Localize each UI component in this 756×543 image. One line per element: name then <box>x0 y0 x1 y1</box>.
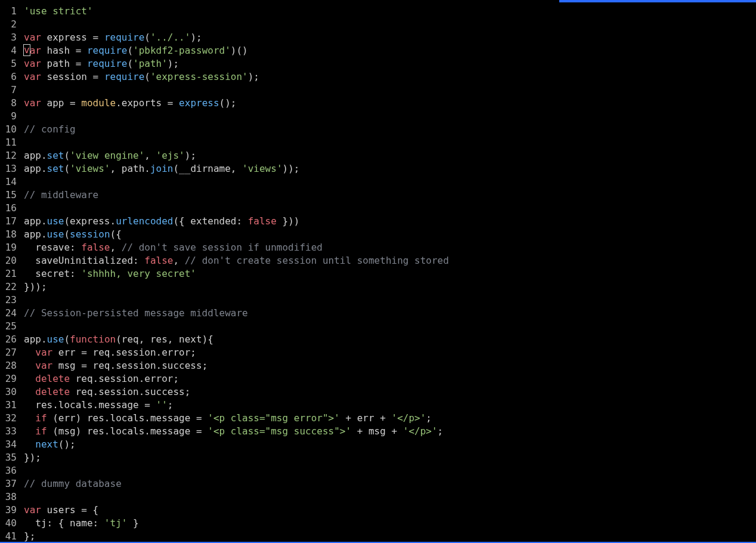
code-line[interactable]: 3var express = require('../..'); <box>0 31 756 44</box>
code-content[interactable]: }); <box>17 451 41 464</box>
code-line[interactable]: 39var users = { <box>0 504 756 517</box>
line-number: 24 <box>0 307 17 320</box>
code-line[interactable]: 6var session = require('express-session'… <box>0 70 756 84</box>
code-line[interactable]: 17app.use(express.urlencoded({ extended:… <box>0 215 756 228</box>
code-content[interactable]: var hash = require('pbkdf2-password')() <box>17 44 248 57</box>
code-line[interactable]: 29 delete req.session.error; <box>0 372 756 385</box>
code-content[interactable]: var path = require('path'); <box>17 57 179 70</box>
code-content[interactable]: app.use(express.urlencoded({ extended: f… <box>17 215 299 228</box>
line-number: 16 <box>0 202 17 215</box>
code-line[interactable]: 1'use strict' <box>0 5 756 18</box>
token: + msg + <box>351 425 403 437</box>
code-line[interactable]: 26app.use(function(req, res, next){ <box>0 333 756 346</box>
token: 'tj' <box>104 517 128 529</box>
line-number: 13 <box>0 162 17 175</box>
code-line[interactable]: 34 next(); <box>0 438 756 451</box>
code-content[interactable]: if (err) res.locals.message = '<p class=… <box>17 412 432 425</box>
code-content[interactable]: app.use(session({ <box>17 228 122 241</box>
code-line[interactable]: 21 secret: 'shhhh, very secret' <box>0 267 756 280</box>
code-line[interactable]: 11 <box>0 136 756 149</box>
code-line[interactable]: 18app.use(session({ <box>0 228 756 241</box>
code-content[interactable]: app.set('views', path.join(__dirname, 'v… <box>17 162 299 175</box>
code-line[interactable]: 31 res.locals.message = ''; <box>0 399 756 412</box>
code-line[interactable]: 22})); <box>0 280 756 294</box>
code-content[interactable]: var session = require('express-session')… <box>17 70 259 84</box>
line-number: 35 <box>0 451 17 464</box>
line-number: 11 <box>0 136 17 149</box>
code-line[interactable]: 9 <box>0 110 756 123</box>
code-line[interactable]: 25 <box>0 320 756 333</box>
code-content[interactable]: var msg = req.session.success; <box>17 359 207 372</box>
code-line[interactable]: 14 <box>0 175 756 189</box>
token: app. <box>24 229 47 240</box>
code-line[interactable]: 38 <box>0 490 756 504</box>
code-line[interactable]: 35}); <box>0 451 756 464</box>
code-line[interactable]: 5var path = require('path'); <box>0 57 756 70</box>
code-content[interactable]: var err = req.session.error; <box>17 346 196 359</box>
code-content[interactable]: res.locals.message = ''; <box>17 399 173 412</box>
code-line[interactable]: 23 <box>0 294 756 307</box>
code-content[interactable]: tj: { name: 'tj' } <box>17 517 139 530</box>
code-content[interactable]: var app = module.exports = express(); <box>17 97 236 110</box>
code-line[interactable]: 12app.set('view engine', 'ejs'); <box>0 149 756 162</box>
line-number: 7 <box>0 84 17 97</box>
code-editor[interactable]: 1'use strict'23var express = require('..… <box>0 0 756 543</box>
token: use <box>47 215 64 227</box>
code-content[interactable]: saveUninitialized: false, // don't creat… <box>17 254 449 267</box>
token: false <box>248 215 277 227</box>
code-content[interactable]: // config <box>17 123 76 136</box>
code-content[interactable]: if (msg) res.locals.message = '<p class=… <box>17 425 443 438</box>
code-content[interactable]: // middleware <box>17 189 98 202</box>
token: )() <box>231 45 248 56</box>
line-number: 15 <box>0 189 17 202</box>
code-content[interactable]: resave: false, // don't save session if … <box>17 241 323 254</box>
code-content[interactable]: })); <box>17 280 47 294</box>
token: hash = <box>41 45 87 56</box>
code-line[interactable]: 27 var err = req.session.error; <box>0 346 756 359</box>
code-line[interactable]: 36 <box>0 464 756 477</box>
line-number: 1 <box>0 5 17 18</box>
code-line[interactable]: 19 resave: false, // don't save session … <box>0 241 756 254</box>
token: }; <box>24 530 35 542</box>
line-number: 22 <box>0 280 17 294</box>
code-content[interactable]: 'use strict' <box>17 5 93 18</box>
code-content[interactable]: // dummy database <box>17 477 122 490</box>
code-line[interactable]: 28 var msg = req.session.success; <box>0 359 756 372</box>
code-line[interactable]: 7 <box>0 84 756 97</box>
code-line[interactable]: 32 if (err) res.locals.message = '<p cla… <box>0 412 756 425</box>
token: // config <box>24 124 76 135</box>
code-line[interactable]: 37// dummy database <box>0 477 756 490</box>
code-line[interactable]: 20 saveUninitialized: false, // don't cr… <box>0 254 756 267</box>
code-area[interactable]: 1'use strict'23var express = require('..… <box>0 2 756 543</box>
token: ; <box>438 425 444 437</box>
token: 'views' <box>242 163 282 174</box>
code-content[interactable]: app.use(function(req, res, next){ <box>17 333 213 346</box>
code-line[interactable]: 41}; <box>0 530 756 543</box>
token: require <box>87 45 127 56</box>
code-content[interactable]: next(); <box>17 438 76 451</box>
code-line[interactable]: 33 if (msg) res.locals.message = '<p cla… <box>0 425 756 438</box>
code-content[interactable]: delete req.session.error; <box>17 372 179 385</box>
token: if <box>35 425 47 437</box>
code-content[interactable]: var express = require('../..'); <box>17 31 202 44</box>
code-line[interactable]: 30 delete req.session.success; <box>0 385 756 399</box>
code-line[interactable]: 24// Session-persisted message middlewar… <box>0 307 756 320</box>
code-content[interactable]: }; <box>17 530 35 543</box>
code-content[interactable]: app.set('view engine', 'ejs'); <box>17 149 196 162</box>
token: ; <box>426 412 432 424</box>
code-line[interactable]: 4var hash = require('pbkdf2-password')() <box>0 44 756 57</box>
code-content[interactable]: var users = { <box>17 504 98 517</box>
token <box>24 347 35 358</box>
code-line[interactable]: 2 <box>0 18 756 31</box>
token: ( <box>64 334 70 345</box>
code-line[interactable]: 16 <box>0 202 756 215</box>
code-content[interactable]: // Session-persisted message middleware <box>17 307 248 320</box>
code-line[interactable]: 8var app = module.exports = express(); <box>0 97 756 110</box>
code-line[interactable]: 15// middleware <box>0 189 756 202</box>
code-line[interactable]: 40 tj: { name: 'tj' } <box>0 517 756 530</box>
code-line[interactable]: 13app.set('views', path.join(__dirname, … <box>0 162 756 175</box>
token: ); <box>168 58 179 69</box>
code-content[interactable]: delete req.session.success; <box>17 385 190 399</box>
code-content[interactable]: secret: 'shhhh, very secret' <box>17 267 196 280</box>
code-line[interactable]: 10// config <box>0 123 756 136</box>
